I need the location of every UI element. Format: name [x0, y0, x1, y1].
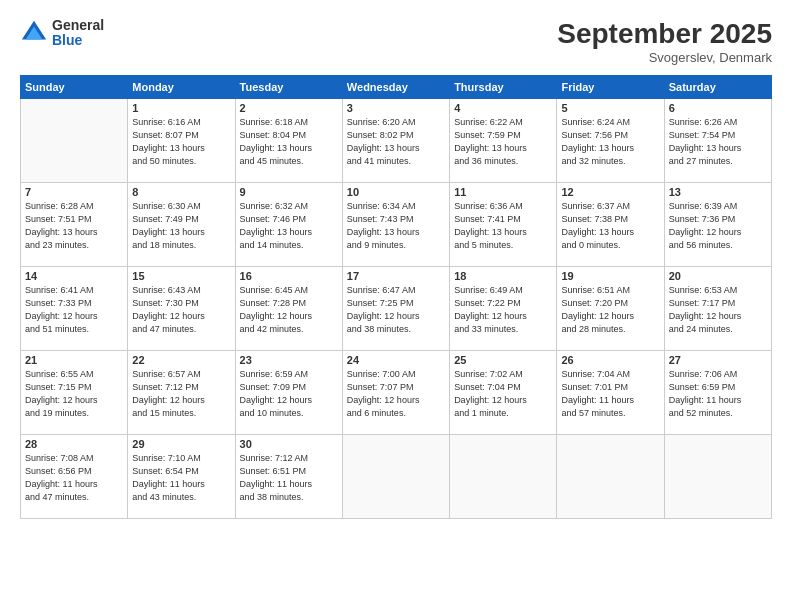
- header: General Blue September 2025 Svogerslev, …: [20, 18, 772, 65]
- table-row: [557, 435, 664, 519]
- day-info: Sunrise: 6:30 AM Sunset: 7:49 PM Dayligh…: [132, 200, 230, 252]
- day-number: 11: [454, 186, 552, 198]
- day-number: 1: [132, 102, 230, 114]
- day-number: 30: [240, 438, 338, 450]
- day-info: Sunrise: 7:04 AM Sunset: 7:01 PM Dayligh…: [561, 368, 659, 420]
- table-row: 20Sunrise: 6:53 AM Sunset: 7:17 PM Dayli…: [664, 267, 771, 351]
- calendar-week-row: 14Sunrise: 6:41 AM Sunset: 7:33 PM Dayli…: [21, 267, 772, 351]
- day-number: 23: [240, 354, 338, 366]
- table-row: 1Sunrise: 6:16 AM Sunset: 8:07 PM Daylig…: [128, 99, 235, 183]
- day-number: 29: [132, 438, 230, 450]
- title-block: September 2025 Svogerslev, Denmark: [557, 18, 772, 65]
- table-row: 28Sunrise: 7:08 AM Sunset: 6:56 PM Dayli…: [21, 435, 128, 519]
- logo-icon: [20, 19, 48, 47]
- day-number: 12: [561, 186, 659, 198]
- day-info: Sunrise: 6:28 AM Sunset: 7:51 PM Dayligh…: [25, 200, 123, 252]
- day-number: 21: [25, 354, 123, 366]
- day-number: 6: [669, 102, 767, 114]
- day-number: 3: [347, 102, 445, 114]
- logo-blue-text: Blue: [52, 33, 104, 48]
- day-number: 28: [25, 438, 123, 450]
- table-row: 13Sunrise: 6:39 AM Sunset: 7:36 PM Dayli…: [664, 183, 771, 267]
- day-info: Sunrise: 7:08 AM Sunset: 6:56 PM Dayligh…: [25, 452, 123, 504]
- calendar-table: Sunday Monday Tuesday Wednesday Thursday…: [20, 75, 772, 519]
- day-info: Sunrise: 6:51 AM Sunset: 7:20 PM Dayligh…: [561, 284, 659, 336]
- day-number: 9: [240, 186, 338, 198]
- table-row: 7Sunrise: 6:28 AM Sunset: 7:51 PM Daylig…: [21, 183, 128, 267]
- day-number: 8: [132, 186, 230, 198]
- day-info: Sunrise: 7:06 AM Sunset: 6:59 PM Dayligh…: [669, 368, 767, 420]
- day-info: Sunrise: 6:22 AM Sunset: 7:59 PM Dayligh…: [454, 116, 552, 168]
- day-info: Sunrise: 6:36 AM Sunset: 7:41 PM Dayligh…: [454, 200, 552, 252]
- table-row: 9Sunrise: 6:32 AM Sunset: 7:46 PM Daylig…: [235, 183, 342, 267]
- day-number: 5: [561, 102, 659, 114]
- day-info: Sunrise: 7:12 AM Sunset: 6:51 PM Dayligh…: [240, 452, 338, 504]
- table-row: 18Sunrise: 6:49 AM Sunset: 7:22 PM Dayli…: [450, 267, 557, 351]
- col-wednesday: Wednesday: [342, 76, 449, 99]
- table-row: 15Sunrise: 6:43 AM Sunset: 7:30 PM Dayli…: [128, 267, 235, 351]
- table-row: 29Sunrise: 7:10 AM Sunset: 6:54 PM Dayli…: [128, 435, 235, 519]
- table-row: 11Sunrise: 6:36 AM Sunset: 7:41 PM Dayli…: [450, 183, 557, 267]
- table-row: 19Sunrise: 6:51 AM Sunset: 7:20 PM Dayli…: [557, 267, 664, 351]
- day-info: Sunrise: 6:43 AM Sunset: 7:30 PM Dayligh…: [132, 284, 230, 336]
- page: General Blue September 2025 Svogerslev, …: [0, 0, 792, 612]
- calendar-week-row: 1Sunrise: 6:16 AM Sunset: 8:07 PM Daylig…: [21, 99, 772, 183]
- table-row: 14Sunrise: 6:41 AM Sunset: 7:33 PM Dayli…: [21, 267, 128, 351]
- table-row: 6Sunrise: 6:26 AM Sunset: 7:54 PM Daylig…: [664, 99, 771, 183]
- day-info: Sunrise: 6:47 AM Sunset: 7:25 PM Dayligh…: [347, 284, 445, 336]
- table-row: 8Sunrise: 6:30 AM Sunset: 7:49 PM Daylig…: [128, 183, 235, 267]
- day-number: 26: [561, 354, 659, 366]
- day-info: Sunrise: 7:02 AM Sunset: 7:04 PM Dayligh…: [454, 368, 552, 420]
- table-row: [450, 435, 557, 519]
- logo: General Blue: [20, 18, 104, 49]
- month-title: September 2025: [557, 18, 772, 50]
- day-number: 24: [347, 354, 445, 366]
- day-info: Sunrise: 6:34 AM Sunset: 7:43 PM Dayligh…: [347, 200, 445, 252]
- day-info: Sunrise: 6:39 AM Sunset: 7:36 PM Dayligh…: [669, 200, 767, 252]
- day-number: 20: [669, 270, 767, 282]
- day-info: Sunrise: 7:10 AM Sunset: 6:54 PM Dayligh…: [132, 452, 230, 504]
- table-row: 21Sunrise: 6:55 AM Sunset: 7:15 PM Dayli…: [21, 351, 128, 435]
- table-row: 4Sunrise: 6:22 AM Sunset: 7:59 PM Daylig…: [450, 99, 557, 183]
- col-friday: Friday: [557, 76, 664, 99]
- day-number: 15: [132, 270, 230, 282]
- day-info: Sunrise: 6:55 AM Sunset: 7:15 PM Dayligh…: [25, 368, 123, 420]
- day-number: 2: [240, 102, 338, 114]
- day-number: 18: [454, 270, 552, 282]
- calendar-week-row: 21Sunrise: 6:55 AM Sunset: 7:15 PM Dayli…: [21, 351, 772, 435]
- table-row: 10Sunrise: 6:34 AM Sunset: 7:43 PM Dayli…: [342, 183, 449, 267]
- table-row: 12Sunrise: 6:37 AM Sunset: 7:38 PM Dayli…: [557, 183, 664, 267]
- day-info: Sunrise: 6:20 AM Sunset: 8:02 PM Dayligh…: [347, 116, 445, 168]
- table-row: 30Sunrise: 7:12 AM Sunset: 6:51 PM Dayli…: [235, 435, 342, 519]
- day-number: 10: [347, 186, 445, 198]
- table-row: 23Sunrise: 6:59 AM Sunset: 7:09 PM Dayli…: [235, 351, 342, 435]
- table-row: [21, 99, 128, 183]
- table-row: 22Sunrise: 6:57 AM Sunset: 7:12 PM Dayli…: [128, 351, 235, 435]
- day-number: 14: [25, 270, 123, 282]
- day-info: Sunrise: 6:24 AM Sunset: 7:56 PM Dayligh…: [561, 116, 659, 168]
- table-row: 26Sunrise: 7:04 AM Sunset: 7:01 PM Dayli…: [557, 351, 664, 435]
- table-row: 5Sunrise: 6:24 AM Sunset: 7:56 PM Daylig…: [557, 99, 664, 183]
- table-row: 25Sunrise: 7:02 AM Sunset: 7:04 PM Dayli…: [450, 351, 557, 435]
- table-row: 17Sunrise: 6:47 AM Sunset: 7:25 PM Dayli…: [342, 267, 449, 351]
- day-number: 7: [25, 186, 123, 198]
- calendar-week-row: 7Sunrise: 6:28 AM Sunset: 7:51 PM Daylig…: [21, 183, 772, 267]
- day-info: Sunrise: 6:45 AM Sunset: 7:28 PM Dayligh…: [240, 284, 338, 336]
- day-number: 25: [454, 354, 552, 366]
- day-info: Sunrise: 6:49 AM Sunset: 7:22 PM Dayligh…: [454, 284, 552, 336]
- day-number: 17: [347, 270, 445, 282]
- day-info: Sunrise: 7:00 AM Sunset: 7:07 PM Dayligh…: [347, 368, 445, 420]
- calendar-week-row: 28Sunrise: 7:08 AM Sunset: 6:56 PM Dayli…: [21, 435, 772, 519]
- col-saturday: Saturday: [664, 76, 771, 99]
- day-number: 4: [454, 102, 552, 114]
- day-number: 22: [132, 354, 230, 366]
- day-number: 27: [669, 354, 767, 366]
- day-info: Sunrise: 6:37 AM Sunset: 7:38 PM Dayligh…: [561, 200, 659, 252]
- col-tuesday: Tuesday: [235, 76, 342, 99]
- day-number: 19: [561, 270, 659, 282]
- table-row: [664, 435, 771, 519]
- col-monday: Monday: [128, 76, 235, 99]
- day-info: Sunrise: 6:18 AM Sunset: 8:04 PM Dayligh…: [240, 116, 338, 168]
- day-info: Sunrise: 6:26 AM Sunset: 7:54 PM Dayligh…: [669, 116, 767, 168]
- day-info: Sunrise: 6:41 AM Sunset: 7:33 PM Dayligh…: [25, 284, 123, 336]
